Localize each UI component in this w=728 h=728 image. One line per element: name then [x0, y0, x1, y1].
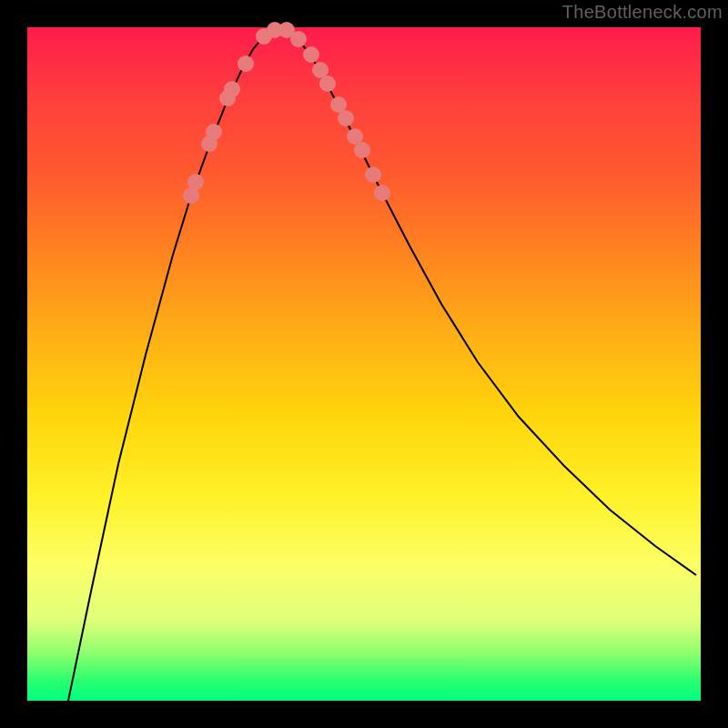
- data-marker: [206, 124, 222, 140]
- data-marker: [303, 46, 319, 63]
- plot-area: [27, 27, 701, 701]
- data-marker: [338, 110, 354, 126]
- watermark-text: TheBottleneck.com: [562, 2, 723, 23]
- data-marker: [238, 56, 254, 72]
- data-marker: [224, 81, 240, 97]
- data-marker: [374, 185, 390, 201]
- data-marker: [290, 31, 307, 47]
- data-marker: [319, 76, 336, 92]
- data-marker: [354, 142, 370, 158]
- data-marker: [187, 174, 204, 190]
- bottleneck-curve: [68, 29, 696, 701]
- data-marker: [365, 167, 381, 183]
- chart-svg: [27, 27, 701, 701]
- chart-frame: TheBottleneck.com: [0, 0, 728, 728]
